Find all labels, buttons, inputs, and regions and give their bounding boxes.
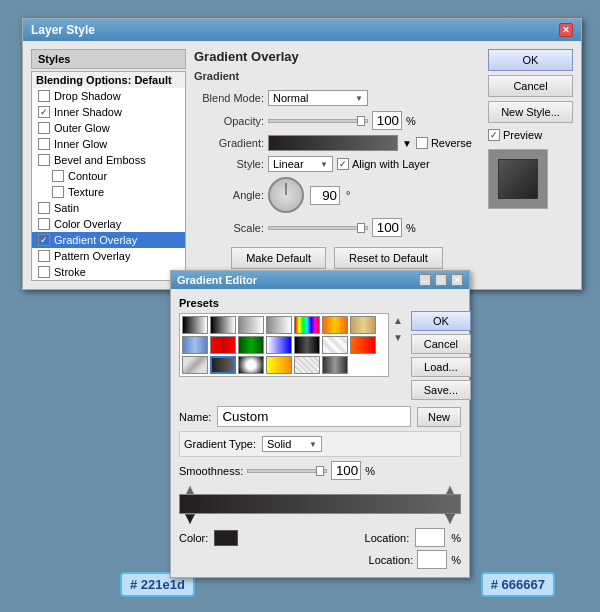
style-select[interactable]: Linear ▼ bbox=[268, 156, 333, 172]
sidebar-item-color-overlay[interactable]: Color Overlay bbox=[32, 216, 185, 232]
sidebar-item-bevel[interactable]: Bevel and Emboss bbox=[32, 152, 185, 168]
angle-input[interactable] bbox=[310, 186, 340, 205]
sidebar-item-satin[interactable]: Satin bbox=[32, 200, 185, 216]
sidebar-item-drop-shadow[interactable]: Drop Shadow bbox=[32, 88, 185, 104]
opacity-thumb[interactable] bbox=[357, 116, 365, 126]
opacity-slider[interactable] bbox=[268, 119, 368, 123]
drop-shadow-checkbox[interactable] bbox=[38, 90, 50, 102]
blend-mode-select[interactable]: Normal ▼ bbox=[268, 90, 368, 106]
preset-item[interactable] bbox=[210, 356, 236, 374]
maximize-button[interactable]: □ bbox=[435, 274, 447, 286]
preset-item[interactable] bbox=[322, 336, 348, 354]
gradient-ok-button[interactable]: OK bbox=[411, 311, 471, 331]
preset-item[interactable] bbox=[238, 316, 264, 334]
pattern-overlay-checkbox[interactable] bbox=[38, 250, 50, 262]
smoothness-thumb[interactable] bbox=[316, 466, 324, 476]
preset-item[interactable] bbox=[238, 356, 264, 374]
reverse-check: Reverse bbox=[416, 137, 472, 149]
opacity-input[interactable] bbox=[372, 111, 402, 130]
align-check: Align with Layer bbox=[337, 158, 430, 170]
stroke-checkbox[interactable] bbox=[38, 266, 50, 278]
angle-dial[interactable] bbox=[268, 177, 304, 213]
gradient-overlay-label: Gradient Overlay bbox=[54, 234, 137, 246]
preset-item[interactable] bbox=[322, 316, 348, 334]
gradient-arrow[interactable]: ▼ bbox=[402, 138, 412, 149]
scale-slider[interactable] bbox=[268, 226, 368, 230]
scale-unit: % bbox=[406, 222, 416, 234]
preview-inner bbox=[498, 159, 538, 199]
scale-input[interactable] bbox=[372, 218, 402, 237]
gradient-type-select[interactable]: Solid ▼ bbox=[262, 436, 322, 452]
ok-button[interactable]: OK bbox=[488, 49, 573, 71]
preset-item[interactable] bbox=[266, 356, 292, 374]
name-input[interactable] bbox=[217, 406, 411, 427]
inner-glow-checkbox[interactable] bbox=[38, 138, 50, 150]
preset-item[interactable] bbox=[294, 316, 320, 334]
new-style-button[interactable]: New Style... bbox=[488, 101, 573, 123]
save-button[interactable]: Save... bbox=[411, 380, 471, 400]
sidebar-item-texture[interactable]: Texture bbox=[32, 184, 185, 200]
gradient-bar[interactable] bbox=[268, 135, 398, 151]
color-stop-right[interactable] bbox=[445, 514, 455, 524]
inner-shadow-checkbox[interactable] bbox=[38, 106, 50, 118]
preset-item[interactable] bbox=[210, 316, 236, 334]
align-checkbox[interactable] bbox=[337, 158, 349, 170]
make-default-button[interactable]: Make Default bbox=[231, 247, 326, 269]
location-input-1[interactable] bbox=[415, 528, 445, 547]
styles-header: Styles bbox=[31, 49, 186, 69]
preset-item[interactable] bbox=[294, 356, 320, 374]
preset-item[interactable] bbox=[350, 336, 376, 354]
load-button[interactable]: Load... bbox=[411, 357, 471, 377]
color-stop-left[interactable] bbox=[185, 514, 195, 524]
layer-style-dialog: Layer Style ✕ Styles Blending Options: D… bbox=[22, 18, 582, 290]
preview-checkbox[interactable] bbox=[488, 129, 500, 141]
preset-item[interactable] bbox=[266, 336, 292, 354]
blend-mode-value: Normal bbox=[273, 92, 308, 104]
satin-checkbox[interactable] bbox=[38, 202, 50, 214]
gradient-cancel-button[interactable]: Cancel bbox=[411, 334, 471, 354]
contour-checkbox[interactable] bbox=[52, 170, 64, 182]
outer-glow-checkbox[interactable] bbox=[38, 122, 50, 134]
scroll-down-arrow[interactable]: ▼ bbox=[391, 330, 405, 345]
sidebar-item-gradient-overlay[interactable]: Gradient Overlay bbox=[32, 232, 185, 248]
smoothness-label: Smoothness: bbox=[179, 465, 243, 477]
preset-item[interactable] bbox=[182, 336, 208, 354]
sidebar-item-stroke[interactable]: Stroke bbox=[32, 264, 185, 280]
dialog-title: Layer Style bbox=[31, 23, 95, 37]
close-gradient-editor-button[interactable]: ✕ bbox=[451, 274, 463, 286]
sidebar-item-inner-shadow[interactable]: Inner Shadow bbox=[32, 104, 185, 120]
reverse-checkbox[interactable] bbox=[416, 137, 428, 149]
sidebar-item-pattern-overlay[interactable]: Pattern Overlay bbox=[32, 248, 185, 264]
preset-item[interactable] bbox=[238, 336, 264, 354]
smoothness-slider[interactable] bbox=[247, 469, 327, 473]
sidebar-item-blending[interactable]: Blending Options: Default bbox=[32, 72, 185, 88]
gradient-preview-bar[interactable] bbox=[179, 494, 461, 514]
reset-to-default-button[interactable]: Reset to Default bbox=[334, 247, 443, 269]
sidebar-item-contour[interactable]: Contour bbox=[32, 168, 185, 184]
style-arrow: ▼ bbox=[320, 160, 328, 169]
cancel-button[interactable]: Cancel bbox=[488, 75, 573, 97]
preset-item[interactable] bbox=[322, 356, 348, 374]
location-input-2[interactable] bbox=[417, 550, 447, 569]
close-button[interactable]: ✕ bbox=[559, 23, 573, 37]
color-stop-swatch[interactable] bbox=[214, 530, 238, 546]
color-overlay-label: Color Overlay bbox=[54, 218, 121, 230]
color-overlay-checkbox[interactable] bbox=[38, 218, 50, 230]
smoothness-input[interactable] bbox=[331, 461, 361, 480]
preset-item[interactable] bbox=[266, 316, 292, 334]
scale-thumb[interactable] bbox=[357, 223, 365, 233]
scroll-up-arrow[interactable]: ▲ bbox=[391, 313, 405, 328]
new-button[interactable]: New bbox=[417, 407, 461, 427]
preset-item[interactable] bbox=[182, 316, 208, 334]
gradient-overlay-checkbox[interactable] bbox=[38, 234, 50, 246]
preset-item[interactable] bbox=[210, 336, 236, 354]
preset-item[interactable] bbox=[182, 356, 208, 374]
opacity-slider-container: % bbox=[268, 111, 416, 130]
sidebar-item-outer-glow[interactable]: Outer Glow bbox=[32, 120, 185, 136]
preset-item[interactable] bbox=[350, 316, 376, 334]
minimize-button[interactable]: — bbox=[419, 274, 431, 286]
bevel-checkbox[interactable] bbox=[38, 154, 50, 166]
texture-checkbox[interactable] bbox=[52, 186, 64, 198]
sidebar-item-inner-glow[interactable]: Inner Glow bbox=[32, 136, 185, 152]
preset-item[interactable] bbox=[294, 336, 320, 354]
